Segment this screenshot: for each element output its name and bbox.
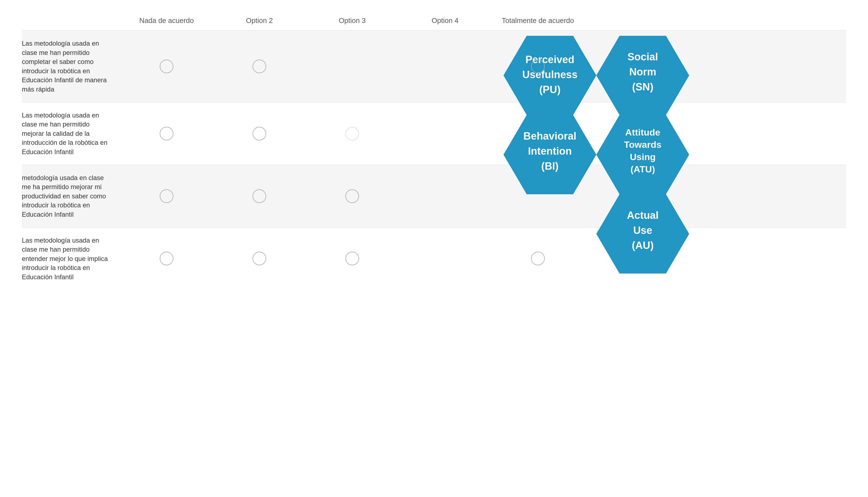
question-text: metodología usada en clase me ha permiti… (22, 173, 120, 219)
radio-cell-1-2[interactable] (213, 59, 306, 73)
radio-cell-3-1[interactable] (120, 189, 213, 203)
header-col5: Totalmente de acuerdo (491, 16, 584, 25)
header-col4: Option 4 (399, 16, 491, 25)
radio-button[interactable] (160, 252, 173, 265)
header-col2: Option 2 (213, 16, 306, 25)
header-col1: Nada de acuerdo (120, 16, 213, 25)
radio-cell-4-3[interactable] (306, 252, 399, 265)
survey-container: Nada de acuerdo Option 2 Option 3 Option… (0, 0, 868, 497)
radio-button[interactable] (345, 189, 359, 203)
survey-row: Las metodología usada en clase me han pe… (22, 30, 846, 102)
radio-cell-1-1[interactable] (120, 59, 213, 73)
radio-button[interactable] (253, 59, 266, 73)
radio-button[interactable] (531, 252, 545, 265)
radio-button[interactable] (160, 59, 173, 73)
radio-cell-1-5[interactable] (491, 59, 584, 73)
survey-row: metodología usada en clase me ha permiti… (22, 165, 846, 227)
radio-button[interactable] (253, 252, 266, 265)
survey-row: Las metodología usada en clase me han pe… (22, 102, 846, 165)
radio-button[interactable] (160, 127, 173, 140)
radio-cell-2-3[interactable] (306, 127, 399, 140)
survey-row: Las metodología usada en clase me han pe… (22, 227, 846, 290)
survey-rows: Las metodología usada en clase me han pe… (22, 30, 846, 289)
radio-cell-3-2[interactable] (213, 189, 306, 203)
radio-button[interactable] (531, 59, 545, 73)
radio-button[interactable] (160, 189, 173, 203)
radio-cell-4-2[interactable] (213, 252, 306, 265)
radio-cell-4-5[interactable] (491, 252, 584, 265)
radio-cell-3-3[interactable] (306, 189, 399, 203)
radio-cell-2-2[interactable] (213, 127, 306, 140)
radio-button[interactable] (345, 252, 359, 265)
question-text: Las metodología usada en clase me han pe… (22, 236, 120, 282)
header-row: Nada de acuerdo Option 2 Option 3 Option… (22, 16, 846, 30)
header-col3: Option 3 (306, 16, 399, 25)
radio-cell-2-1[interactable] (120, 127, 213, 140)
radio-cell-4-1[interactable] (120, 252, 213, 265)
question-text: Las metodología usada en clase me han pe… (22, 111, 120, 157)
radio-button[interactable] (253, 127, 266, 140)
radio-button[interactable] (253, 189, 266, 203)
question-text: Las metodología usada en clase me han pe… (22, 39, 120, 94)
radio-button[interactable] (345, 127, 359, 140)
